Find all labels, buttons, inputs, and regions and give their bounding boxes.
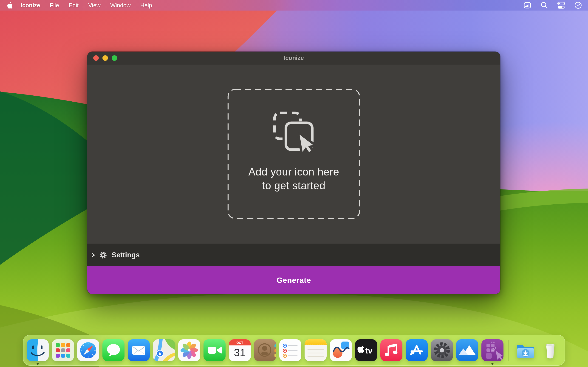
- menu-app-name[interactable]: Iconize: [16, 0, 45, 10]
- facetime-icon: [204, 339, 225, 361]
- clock-icon[interactable]: [574, 1, 582, 9]
- dock-reminders[interactable]: [279, 339, 301, 361]
- zoom-button[interactable]: [112, 55, 117, 61]
- app-store-icon: [406, 339, 428, 361]
- dropzone-dashed-border: [227, 89, 360, 219]
- freeform-icon: [330, 339, 352, 361]
- iconize-window: Iconize Add your icon here to get starte…: [87, 52, 500, 294]
- apple-menu[interactable]: [6, 2, 16, 9]
- screen-mirroring-icon[interactable]: [523, 2, 531, 9]
- menu-edit[interactable]: Edit: [64, 0, 83, 10]
- traffic-lights: [93, 52, 117, 64]
- control-center-icon[interactable]: [557, 2, 565, 9]
- iconize-icon: [481, 339, 503, 361]
- launchpad-icon: [52, 339, 74, 361]
- dock-system-settings[interactable]: [431, 339, 453, 361]
- messages-icon: [103, 339, 124, 361]
- dock-maps[interactable]: [153, 339, 175, 361]
- finder-running-indicator: [37, 363, 39, 365]
- generate-button[interactable]: Generate: [87, 266, 500, 294]
- menu-bar-status: [523, 1, 582, 9]
- mail-icon: [128, 339, 150, 361]
- menu-bar-left: Iconize File Edit View Window Help: [6, 0, 157, 10]
- tv-icon: tv: [355, 339, 377, 361]
- maps-icon: [153, 339, 175, 361]
- reminders-icon: [279, 339, 301, 361]
- generate-label: Generate: [277, 276, 311, 285]
- close-button[interactable]: [93, 55, 99, 61]
- dock-freeform[interactable]: [330, 339, 352, 361]
- dock-trash[interactable]: [539, 339, 561, 361]
- gear-icon: [99, 251, 107, 259]
- minimize-button[interactable]: [103, 55, 108, 61]
- window-content: Add your icon here to get started: [87, 65, 500, 244]
- dock-safari[interactable]: [77, 339, 99, 361]
- downloads-folder-icon: [514, 339, 536, 361]
- window-titlebar[interactable]: Iconize: [87, 52, 500, 65]
- tv-label: tv: [365, 346, 372, 355]
- dock-mountains-app[interactable]: [456, 339, 478, 361]
- music-icon: [380, 339, 402, 361]
- menu-window[interactable]: Window: [105, 0, 136, 10]
- dock-app-store[interactable]: [406, 339, 428, 361]
- menu-view[interactable]: View: [83, 0, 105, 10]
- dock-facetime[interactable]: [204, 339, 225, 361]
- menu-help[interactable]: Help: [136, 0, 157, 10]
- mountains-app-icon: [456, 339, 478, 361]
- dock-tv[interactable]: tv: [355, 339, 377, 361]
- iconize-running-indicator: [492, 363, 493, 365]
- contacts-icon: [254, 339, 276, 361]
- dock: OCT 31: [23, 335, 565, 366]
- dock-contacts[interactable]: [254, 339, 276, 361]
- dock-launchpad[interactable]: [52, 339, 74, 361]
- dock-iconize[interactable]: [481, 339, 503, 361]
- settings-disclosure[interactable]: Settings: [87, 244, 500, 266]
- calendar-icon: OCT 31: [229, 339, 251, 361]
- dock-downloads[interactable]: [514, 339, 536, 361]
- dock-calendar[interactable]: OCT 31: [229, 339, 251, 361]
- dock-photos[interactable]: [178, 339, 200, 361]
- trash-icon: [539, 339, 561, 361]
- calendar-month: OCT: [236, 341, 243, 344]
- safari-icon: [77, 339, 99, 361]
- finder-icon: [27, 339, 49, 361]
- dock-mail[interactable]: [128, 339, 150, 361]
- icon-dropzone[interactable]: Add your icon here to get started: [227, 89, 360, 219]
- menu-bar: Iconize File Edit View Window Help: [0, 0, 588, 10]
- notes-icon: [304, 339, 327, 361]
- dock-music[interactable]: [380, 339, 402, 361]
- settings-label: Settings: [112, 251, 140, 259]
- photos-icon: [178, 339, 200, 361]
- window-title: Iconize: [284, 54, 304, 61]
- dock-messages[interactable]: [103, 339, 124, 361]
- menu-file[interactable]: File: [45, 0, 64, 10]
- dock-finder[interactable]: [27, 339, 49, 361]
- calendar-day: 31: [234, 347, 246, 359]
- spotlight-search-icon[interactable]: [541, 2, 548, 9]
- dock-divider: [509, 340, 509, 361]
- system-settings-icon: [431, 339, 453, 361]
- chevron-right-icon: [91, 252, 95, 258]
- dock-notes[interactable]: [304, 339, 327, 361]
- apple-icon: [7, 2, 13, 9]
